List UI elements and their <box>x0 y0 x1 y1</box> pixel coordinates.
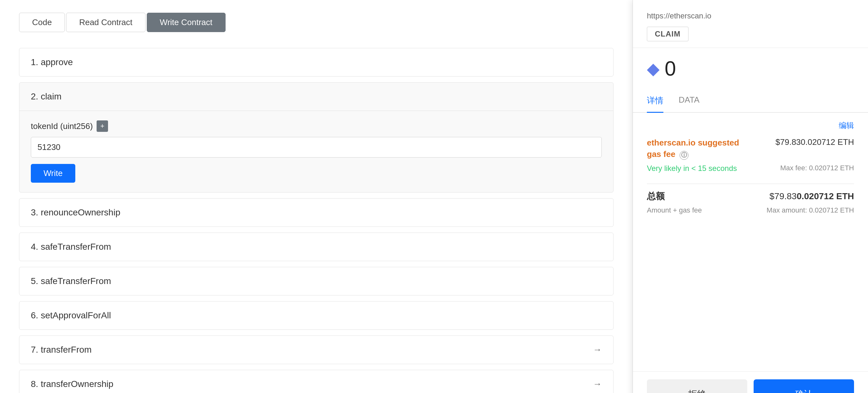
contract-item-label-setapproval: 6. setApprovalForAll <box>31 310 111 321</box>
write-button[interactable]: Write <box>31 164 75 183</box>
left-panel: Code Read Contract Write Contract 1. app… <box>0 0 633 393</box>
eth-amount-row: ◆ 0 <box>633 48 868 89</box>
contract-item-transferfrom: 7. transferFrom → <box>19 335 614 364</box>
claim-badge: CLAIM <box>647 27 688 41</box>
amount-gas-label: Amount + gas fee <box>647 206 702 214</box>
contract-item-approve: 1. approve <box>19 48 614 77</box>
gas-fee-label-line1: etherscan.io suggested gas fee ⓘ <box>647 137 739 160</box>
plus-icon[interactable]: + <box>97 120 108 132</box>
arrow-icon-transferfrom: → <box>593 345 602 355</box>
confirm-button[interactable]: 确认 <box>754 379 854 393</box>
gas-fee-label: etherscan.io suggested gas fee ⓘ <box>647 137 739 160</box>
eth-amount: 0 <box>665 57 676 80</box>
contract-item-header-safetransfer2[interactable]: 5. safeTransferFrom <box>20 267 613 295</box>
contract-item-header-safetransfer1[interactable]: 4. safeTransferFrom <box>20 233 613 261</box>
contract-item-label-approve: 1. approve <box>31 57 73 67</box>
eth-diamond-icon: ◆ <box>647 59 659 78</box>
contract-item-label-claim: 2. claim <box>31 91 61 102</box>
contract-item-label-transferownership: 8. transferOwnership <box>31 379 114 389</box>
reject-button[interactable]: 拒绝 <box>647 379 747 393</box>
tab-data[interactable]: DATA <box>679 89 699 113</box>
metamask-dialog: https://etherscan.io CLAIM ◆ 0 详情 DATA 编… <box>633 0 868 393</box>
tab-read-contract[interactable]: Read Contract <box>66 13 146 32</box>
contract-item-claim: 2. claim tokenId (uint256) + Write <box>19 82 614 192</box>
arrow-icon-transferownership: → <box>593 379 602 389</box>
total-prefix: $79.83 <box>770 191 797 201</box>
edit-link[interactable]: 编辑 <box>647 120 854 130</box>
total-label: 总额 <box>647 190 665 202</box>
origin-url: https://etherscan.io <box>647 11 854 20</box>
dialog-body: 编辑 etherscan.io suggested gas fee ⓘ $79.… <box>633 113 868 371</box>
contract-item-header-transferfrom[interactable]: 7. transferFrom → <box>20 336 613 364</box>
field-label-tokenid: tokenId (uint256) + <box>31 120 602 132</box>
likely-row: Very likely in < 15 seconds Max fee: 0.0… <box>647 164 854 174</box>
tab-write-contract[interactable]: Write Contract <box>147 13 225 32</box>
gas-fee-row: etherscan.io suggested gas fee ⓘ $79.830… <box>647 137 854 160</box>
contract-item-transferownership: 8. transferOwnership → <box>19 370 614 393</box>
gas-fee-prefix: $79.83 <box>776 137 801 147</box>
contract-item-safetransfer2: 5. safeTransferFrom <box>19 267 614 296</box>
gas-fee-value: $79.830.020712 ETH <box>776 137 854 147</box>
contract-item-renounce: 3. renounceOwnership <box>19 198 614 227</box>
tab-code[interactable]: Code <box>19 13 65 32</box>
total-bold: 0.020712 ETH <box>797 191 854 201</box>
contract-item-setapproval: 6. setApprovalForAll <box>19 301 614 330</box>
dialog-tabs: 详情 DATA <box>633 89 868 113</box>
likely-text: Very likely in < 15 seconds <box>647 164 737 173</box>
contract-item-label-safetransfer2: 5. safeTransferFrom <box>31 276 111 286</box>
dialog-header: https://etherscan.io CLAIM <box>633 0 868 48</box>
gas-fee-section: etherscan.io suggested gas fee ⓘ $79.830… <box>647 137 854 174</box>
amount-gas-row: Amount + gas fee Max amount: 0.020712 ET… <box>647 206 854 214</box>
contract-item-label-renounce: 3. renounceOwnership <box>31 208 120 218</box>
contract-item-body-claim: tokenId (uint256) + Write <box>20 111 613 192</box>
contract-item-label-safetransfer1: 4. safeTransferFrom <box>31 242 111 252</box>
field-label-text: tokenId (uint256) <box>31 121 93 131</box>
divider <box>647 184 854 184</box>
total-row: 总额 $79.830.020712 ETH <box>647 190 854 202</box>
tab-bar: Code Read Contract Write Contract <box>19 13 614 32</box>
info-icon[interactable]: ⓘ <box>680 151 688 160</box>
gas-fee-bold: 0.020712 ETH <box>801 137 854 147</box>
total-value: $79.830.020712 ETH <box>770 191 854 202</box>
tokenid-input[interactable] <box>31 137 602 158</box>
gas-fee-label-line2: gas fee <box>647 149 676 159</box>
contract-item-header-approve[interactable]: 1. approve <box>20 48 613 76</box>
tab-details[interactable]: 详情 <box>647 89 663 113</box>
amount-gas-value: Max amount: 0.020712 ETH <box>767 206 854 214</box>
contract-item-header-setapproval[interactable]: 6. setApprovalForAll <box>20 302 613 329</box>
contract-item-safetransfer1: 4. safeTransferFrom <box>19 233 614 261</box>
contract-item-header-transferownership[interactable]: 8. transferOwnership → <box>20 370 613 393</box>
contract-item-header-renounce[interactable]: 3. renounceOwnership <box>20 199 613 226</box>
dialog-footer: 拒绝 确认 <box>633 371 868 393</box>
contract-item-header-claim[interactable]: 2. claim <box>20 83 613 111</box>
max-fee-text: Max fee: 0.020712 ETH <box>780 164 854 172</box>
contract-item-label-transferfrom: 7. transferFrom <box>31 345 92 355</box>
